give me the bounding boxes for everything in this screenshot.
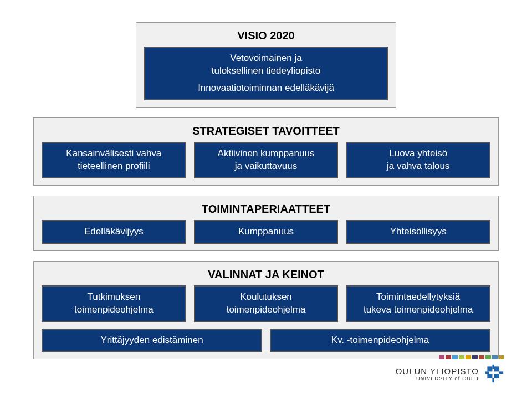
- toiminta-item-2: Yhteisöllisyys: [346, 220, 490, 244]
- visio-box: Vetovoimainen ja tuloksellinen tiedeylio…: [144, 47, 388, 100]
- university-logo-icon: [484, 364, 504, 383]
- strategiset-title: STRATEGISET TAVOITTEET: [42, 125, 490, 137]
- visio-line1: Vetovoimainen ja: [230, 52, 301, 65]
- strategiset-item-0-line1: Kansainvälisesti vahva: [66, 147, 161, 160]
- valinnat-row1-item-1: Koulutuksen toimenpideohjelma: [194, 285, 339, 322]
- color-bar: [466, 355, 471, 359]
- svg-rect-0: [487, 366, 492, 371]
- visio-title: VISIO 2020: [144, 29, 388, 42]
- valinnat-row1: Tutkimuksen toimenpideohjelma Koulutukse…: [42, 285, 490, 322]
- strategiset-item-2-line1: Luova yhteisö: [389, 147, 447, 160]
- visio-panel: VISIO 2020 Vetovoimainen ja tulokselline…: [136, 22, 396, 108]
- svg-rect-1: [494, 366, 499, 371]
- strategiset-item-0: Kansainvälisesti vahva tieteellinen prof…: [42, 142, 186, 178]
- visio-subtitle: Innovaatiotoiminnan edelläkävijä: [198, 82, 334, 95]
- strategiset-item-2: Luova yhteisö ja vahva talous: [346, 142, 490, 178]
- color-bar: [446, 355, 451, 359]
- strategiset-item-0-line2: tieteellinen profiili: [78, 160, 150, 173]
- toiminta-title: TOIMINTAPERIAATTEET: [42, 203, 490, 216]
- valinnat-panel: VALINNAT JA KEINOT Tutkimuksen toimenpid…: [33, 261, 499, 360]
- toiminta-item-1: Kumppanuus: [194, 220, 339, 244]
- valinnat-row1-item-2: Toimintaedellytyksiä tukeva toimenpideoh…: [346, 285, 490, 322]
- color-bar: [472, 355, 478, 359]
- toiminta-panel: TOIMINTAPERIAATTEET Edelläkävijyys Kumpp…: [33, 196, 499, 251]
- strategiset-item-1-line1: Aktiivinen kumppanuus: [218, 147, 315, 160]
- slide-content: VISIO 2020 Vetovoimainen ja tulokselline…: [33, 22, 499, 359]
- color-bars: [439, 355, 504, 359]
- valinnat-row2-item-0-label: Yrittäjyyden edistäminen: [100, 334, 203, 347]
- valinnat-row2-item-1-label: Kv. -toimenpideohjelma: [331, 334, 429, 347]
- strategiset-panel: STRATEGISET TAVOITTEET Kansainvälisesti …: [33, 117, 499, 186]
- color-bar: [479, 355, 484, 359]
- toiminta-item-0-label: Edelläkävijyys: [84, 226, 144, 238]
- valinnat-row1-item-0: Tutkimuksen toimenpideohjelma: [42, 285, 186, 322]
- svg-rect-3: [494, 374, 499, 378]
- svg-rect-7: [499, 371, 503, 374]
- logo-text: OULUN YLIOPISTO UNIVERSITY of OULU: [396, 366, 479, 381]
- color-bar: [485, 355, 491, 359]
- valinnat-row1-item-2-line2: tukeva toimenpideohjelma: [364, 304, 473, 316]
- valinnat-row1-item-0-line1: Tutkimuksen: [87, 291, 140, 304]
- color-bar: [439, 355, 444, 359]
- toiminta-row: Edelläkävijyys Kumppanuus Yhteisöllisyys: [42, 220, 490, 244]
- toiminta-item-2-label: Yhteisöllisyys: [390, 226, 447, 238]
- color-bar: [452, 355, 458, 359]
- valinnat-row1-item-1-line2: toimenpideohjelma: [227, 304, 306, 316]
- svg-rect-6: [485, 371, 489, 374]
- svg-rect-4: [492, 365, 494, 369]
- color-bar: [499, 355, 504, 359]
- valinnat-title: VALINNAT JA KEINOT: [42, 268, 490, 281]
- valinnat-row1-item-0-line2: toimenpideohjelma: [74, 304, 154, 316]
- svg-rect-2: [487, 374, 492, 378]
- valinnat-row2-item-0: Yrittäjyyden edistäminen: [42, 329, 262, 352]
- strategiset-item-2-line2: ja vahva talous: [387, 160, 449, 173]
- footer-logo-area: OULUN YLIOPISTO UNIVERSITY of OULU: [396, 355, 504, 383]
- strategiset-item-1-line2: ja vaikuttavuus: [235, 160, 297, 173]
- logo-row: OULUN YLIOPISTO UNIVERSITY of OULU: [396, 364, 504, 383]
- university-name: OULUN YLIOPISTO: [396, 366, 479, 376]
- university-sub: UNIVERSITY of OULU: [396, 376, 479, 381]
- toiminta-item-0: Edelläkävijyys: [42, 220, 186, 244]
- valinnat-row1-item-1-line1: Koulutuksen: [240, 291, 292, 304]
- valinnat-row1-item-2-line1: Toimintaedellytyksiä: [376, 291, 460, 304]
- valinnat-row2: Yrittäjyyden edistäminen Kv. -toimenpide…: [42, 329, 490, 352]
- valinnat-row2-item-1: Kv. -toimenpideohjelma: [270, 329, 490, 352]
- visio-line2: tuloksellinen tiedeyliopisto: [212, 65, 321, 78]
- strategiset-row: Kansainvälisesti vahva tieteellinen prof…: [42, 142, 490, 178]
- strategiset-item-1: Aktiivinen kumppanuus ja vaikuttavuus: [194, 142, 339, 178]
- color-bar: [492, 355, 498, 359]
- color-bar: [459, 355, 464, 359]
- svg-rect-5: [492, 378, 494, 382]
- toiminta-item-1-label: Kumppanuus: [238, 226, 294, 238]
